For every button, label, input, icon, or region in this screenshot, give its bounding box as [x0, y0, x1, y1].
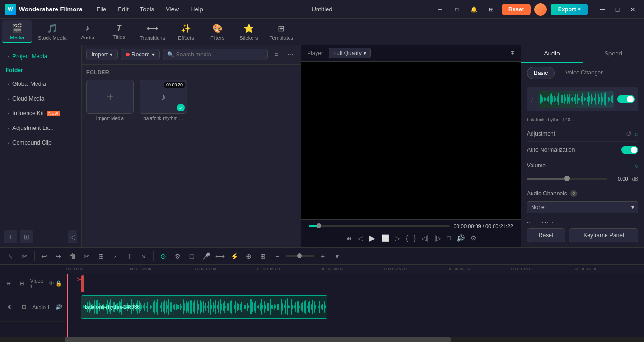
- menu-help[interactable]: Help: [186, 4, 208, 15]
- timeline-select-tool[interactable]: ↖: [5, 250, 16, 262]
- skip-back-button[interactable]: ⏮: [345, 234, 352, 242]
- add-video-track-icon[interactable]: ⊕: [4, 278, 14, 289]
- progress-handle[interactable]: [317, 223, 321, 228]
- sidebar-item-project-media[interactable]: ▸ Project Media: [2, 49, 79, 64]
- add-folder-button[interactable]: +: [4, 230, 17, 243]
- sidebar-item-compound-clip[interactable]: ▸ Compound Clip: [2, 136, 79, 150]
- sidebar-item-influence-kit[interactable]: ▸ Influence Kit NEW: [2, 106, 79, 120]
- more-options-icon[interactable]: ⋯: [285, 49, 296, 60]
- quality-select[interactable]: Full Quality ▾: [329, 48, 371, 58]
- mask-button[interactable]: □: [186, 250, 197, 262]
- auto-normalization-toggle[interactable]: [621, 146, 638, 154]
- frame-forward-button[interactable]: ▷: [395, 234, 400, 242]
- audio-clip[interactable]: balafonk-rhythm-148936: [81, 295, 327, 319]
- video-track-options-icon[interactable]: ⊞: [17, 278, 28, 289]
- play-button[interactable]: ▶: [369, 233, 375, 243]
- sidebar-item-global-media[interactable]: ▸ Global Media: [2, 77, 79, 91]
- frame-back-button[interactable]: ◁: [358, 234, 363, 242]
- volume-slider[interactable]: [527, 178, 607, 180]
- audio-icon-ctrl[interactable]: 🔊: [457, 234, 465, 242]
- audio-volume-icon[interactable]: 🔊: [56, 304, 62, 310]
- audio-media-item[interactable]: 00:00:20 ♪ ✓ balafonk-rhythm-...: [140, 80, 187, 121]
- media-search-box[interactable]: 🔍: [163, 49, 268, 60]
- toolbar-effects[interactable]: ✨ Effects: [171, 20, 201, 43]
- mix-button[interactable]: ⟷: [215, 250, 226, 262]
- text-button[interactable]: T: [124, 250, 135, 262]
- toolbar-stickers[interactable]: ⭐ Stickers: [233, 20, 264, 43]
- close-btn[interactable]: ✕: [626, 3, 639, 16]
- copy-button[interactable]: ⊞: [95, 250, 107, 262]
- preview-fullscreen-icon[interactable]: ⊞: [510, 50, 515, 56]
- display-icon[interactable]: □: [447, 234, 451, 242]
- subtab-voice-changer[interactable]: Voice Changer: [559, 67, 609, 79]
- toolbar-stock-media[interactable]: 🎵 Stock Media: [33, 20, 72, 43]
- audio-channels-select[interactable]: None ▾: [527, 201, 638, 213]
- audio-channels-help-icon[interactable]: ?: [570, 190, 577, 197]
- toolbar-audio[interactable]: ♪ Audio: [73, 20, 103, 43]
- next-marker-button[interactable]: |▷: [434, 234, 441, 242]
- tab-speed[interactable]: Speed: [583, 45, 644, 63]
- audio-track-options-icon[interactable]: ⊞: [18, 302, 29, 313]
- preview-mode-label[interactable]: Player: [307, 50, 323, 56]
- zoom-handle[interactable]: [297, 253, 302, 258]
- audio-toggle[interactable]: [617, 95, 635, 103]
- import-media-item[interactable]: + Import Media: [86, 80, 134, 121]
- search-input[interactable]: [176, 51, 263, 58]
- mark-out-button[interactable]: }: [414, 234, 416, 242]
- minus-zoom-button[interactable]: −: [271, 250, 283, 262]
- volume-handle[interactable]: [564, 176, 570, 181]
- grid-icon[interactable]: ⊞: [485, 3, 498, 16]
- toolbar-titles[interactable]: T Titles: [104, 20, 134, 43]
- timeline-blade-tool[interactable]: ✂: [19, 250, 30, 262]
- playhead[interactable]: [67, 274, 68, 337]
- voice-record-button[interactable]: 🎤: [200, 250, 212, 262]
- cut-button[interactable]: ✂: [81, 250, 93, 262]
- toolbar-filters[interactable]: 🎨 Filters: [202, 20, 233, 43]
- toolbar-media[interactable]: 🎬 Media: [2, 20, 32, 43]
- snap-button[interactable]: ⊙: [158, 250, 169, 262]
- delete-button[interactable]: 🗑: [67, 250, 78, 262]
- manage-folder-button[interactable]: ⊞: [20, 230, 33, 243]
- maximize-btn[interactable]: □: [611, 3, 624, 16]
- minimize-window-icon[interactable]: ─: [433, 3, 447, 16]
- fullscreen-icon[interactable]: □: [450, 3, 464, 16]
- purchase-button[interactable]: Reset: [502, 4, 531, 15]
- keyframe-panel-button[interactable]: Keyframe Panel: [569, 228, 638, 242]
- tab-audio[interactable]: Audio: [521, 45, 583, 63]
- add-audio-track-icon[interactable]: ⊕: [4, 302, 15, 313]
- filter-icon[interactable]: ≡: [271, 49, 282, 60]
- insert-button[interactable]: ⊕: [243, 250, 254, 262]
- plus-zoom-button[interactable]: +: [317, 250, 328, 262]
- scrollbar-thumb[interactable]: [65, 337, 451, 342]
- record-button[interactable]: Record ▾: [121, 49, 160, 60]
- export-button[interactable]: Export ▾: [551, 4, 588, 15]
- undo-button[interactable]: ↩: [38, 250, 50, 262]
- video-lock-icon[interactable]: 🔒: [56, 280, 62, 287]
- video-eye-icon[interactable]: 👁: [49, 280, 54, 287]
- settings-tl-button[interactable]: ⚙: [172, 250, 183, 262]
- progress-track[interactable]: [309, 225, 450, 227]
- import-button[interactable]: Import ▾: [86, 49, 118, 60]
- toolbar-transitions[interactable]: ⟷ Transitions: [135, 20, 170, 43]
- layout-button[interactable]: ⊞: [257, 250, 269, 262]
- subtab-basic[interactable]: Basic: [527, 67, 555, 79]
- sidebar-folder[interactable]: Folder: [0, 64, 81, 76]
- prev-marker-button[interactable]: ◁|: [421, 234, 429, 242]
- menu-view[interactable]: View: [161, 4, 184, 15]
- volume-keyframe-icon[interactable]: ◇: [635, 163, 638, 168]
- timeline-zoom-track[interactable]: [286, 255, 314, 257]
- more-button[interactable]: ▾: [331, 250, 343, 262]
- menu-file[interactable]: File: [92, 4, 111, 15]
- reset-button[interactable]: Reset: [527, 228, 565, 242]
- settings-icon[interactable]: ⚙: [470, 234, 476, 242]
- sidebar-item-adjustment[interactable]: ▸ Adjustment La...: [2, 121, 79, 135]
- collapse-panel-button[interactable]: ◁: [68, 230, 77, 243]
- redo-button[interactable]: ↪: [53, 250, 64, 262]
- user-avatar[interactable]: [534, 3, 547, 16]
- sidebar-item-cloud-media[interactable]: ▸ Cloud Media: [2, 92, 79, 106]
- menu-tools[interactable]: Tools: [135, 4, 159, 15]
- speed-button[interactable]: ⚡: [229, 250, 240, 262]
- menu-edit[interactable]: Edit: [113, 4, 133, 15]
- minimize-btn[interactable]: ─: [596, 3, 609, 16]
- split-audio-button[interactable]: ⟋: [110, 250, 121, 262]
